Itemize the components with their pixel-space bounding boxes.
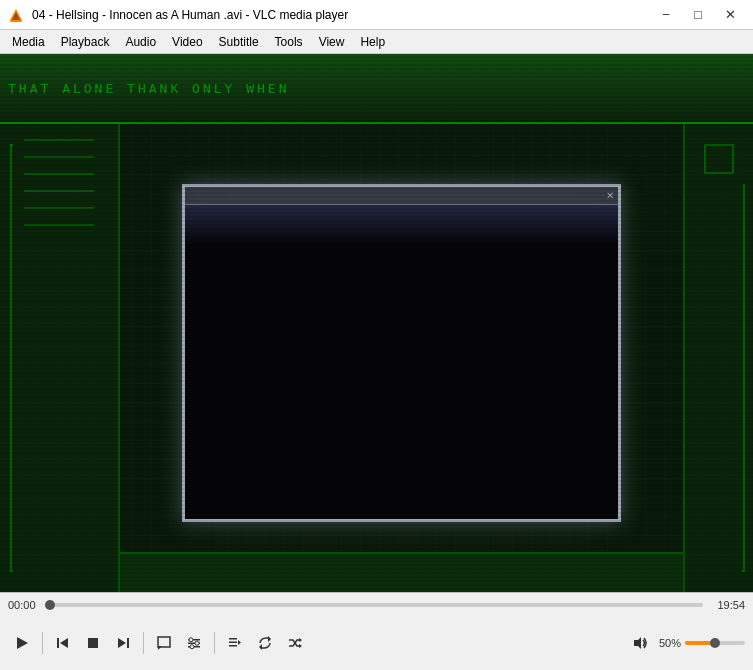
svg-marker-25 [634, 637, 641, 649]
inner-screen-glow [185, 205, 618, 245]
skip-prev-button[interactable] [49, 629, 77, 657]
left-deco-1 [24, 139, 95, 141]
extended-icon [187, 636, 201, 650]
menu-item-help[interactable]: Help [352, 31, 393, 53]
right-side-panel [683, 124, 753, 592]
maximize-button[interactable]: □ [683, 3, 713, 27]
svg-rect-7 [127, 638, 129, 648]
stop-button[interactable] [79, 629, 107, 657]
bottom-strip [120, 552, 683, 592]
svg-marker-22 [259, 644, 262, 650]
menu-item-view[interactable]: View [311, 31, 353, 53]
extended-button[interactable] [180, 629, 208, 657]
minimize-button[interactable]: − [651, 3, 681, 27]
menu-item-subtitle[interactable]: Subtitle [211, 31, 267, 53]
skip-next-icon [116, 636, 130, 650]
fullscreen-button[interactable] [150, 629, 178, 657]
video-area: THAT ALONE THANK ONLY WHEN ✕ [0, 54, 753, 592]
window-title: 04 - Hellsing - Innocen as A Human .avi … [32, 8, 348, 22]
svg-rect-19 [229, 645, 237, 647]
menu-item-video[interactable]: Video [164, 31, 210, 53]
svg-marker-5 [60, 638, 68, 648]
menu-item-audio[interactable]: Audio [117, 31, 164, 53]
svg-rect-18 [229, 642, 237, 644]
right-deco-1 [704, 144, 734, 174]
svg-marker-23 [299, 638, 302, 642]
svg-rect-6 [88, 638, 98, 648]
volume-label: 50% [659, 637, 681, 649]
time-total: 19:54 [709, 599, 745, 611]
svg-marker-21 [268, 636, 271, 642]
play-button[interactable] [8, 629, 36, 657]
center-area: ✕ [120, 154, 683, 552]
svg-rect-17 [229, 638, 237, 640]
left-deco-5 [24, 207, 95, 209]
progress-track[interactable] [50, 603, 703, 607]
fullscreen-icon [157, 636, 171, 650]
shuffle-icon [288, 636, 302, 650]
menu-item-media[interactable]: Media [4, 31, 53, 53]
loop-button[interactable] [251, 629, 279, 657]
menu-item-tools[interactable]: Tools [267, 31, 311, 53]
playlist-icon [228, 636, 242, 650]
skip-next-button[interactable] [109, 629, 137, 657]
right-bracket [742, 184, 745, 572]
controls-area: 00:00 19:54 [0, 592, 753, 670]
left-deco-4 [24, 190, 95, 192]
inner-screen: ✕ [182, 184, 621, 522]
left-bracket-bottom [10, 144, 13, 572]
svg-marker-10 [158, 646, 162, 650]
progress-thumb [45, 600, 55, 610]
top-banner: THAT ALONE THANK ONLY WHEN [0, 54, 753, 124]
left-deco-2 [24, 156, 95, 158]
loop-icon [258, 636, 272, 650]
svg-marker-8 [118, 638, 126, 648]
separator-2 [143, 632, 144, 654]
left-bracket-top [10, 144, 13, 204]
vlc-icon [8, 7, 24, 23]
inner-screen-titlebar: ✕ [185, 187, 618, 205]
svg-rect-2 [10, 20, 22, 22]
svg-marker-20 [238, 640, 241, 645]
playlist-button[interactable] [221, 629, 249, 657]
svg-point-16 [190, 645, 194, 649]
svg-marker-24 [299, 644, 302, 648]
inner-close-icon: ✕ [606, 190, 614, 201]
volume-thumb [710, 638, 720, 648]
time-current: 00:00 [8, 599, 44, 611]
stop-icon [86, 636, 100, 650]
inner-screen-content [185, 205, 618, 519]
close-button[interactable]: ✕ [715, 3, 745, 27]
mute-button[interactable] [627, 629, 655, 657]
title-bar-left: 04 - Hellsing - Innocen as A Human .avi … [8, 7, 348, 23]
play-icon [15, 636, 29, 650]
svg-rect-4 [57, 638, 59, 648]
video-bg: THAT ALONE THANK ONLY WHEN ✕ [0, 54, 753, 592]
svg-point-15 [195, 642, 199, 646]
speaker-icon [633, 636, 649, 650]
left-side-panel [0, 124, 120, 592]
svg-point-14 [189, 638, 193, 642]
volume-track[interactable] [685, 641, 745, 645]
svg-rect-9 [158, 637, 170, 647]
progress-row: 00:00 19:54 [0, 593, 753, 617]
separator-3 [214, 632, 215, 654]
buttons-row: 50% [0, 617, 753, 670]
banner-text: THAT ALONE THANK ONLY WHEN [8, 81, 290, 96]
title-bar-controls: − □ ✕ [651, 3, 745, 27]
menu-item-playback[interactable]: Playback [53, 31, 118, 53]
menu-bar: Media Playback Audio Video Subtitle Tool… [0, 30, 753, 54]
left-deco-6 [24, 224, 95, 226]
left-deco-3 [24, 173, 95, 175]
separator-1 [42, 632, 43, 654]
svg-marker-3 [17, 637, 28, 649]
shuffle-button[interactable] [281, 629, 309, 657]
title-bar: 04 - Hellsing - Innocen as A Human .avi … [0, 0, 753, 30]
skip-prev-icon [56, 636, 70, 650]
volume-area: 50% [627, 629, 745, 657]
